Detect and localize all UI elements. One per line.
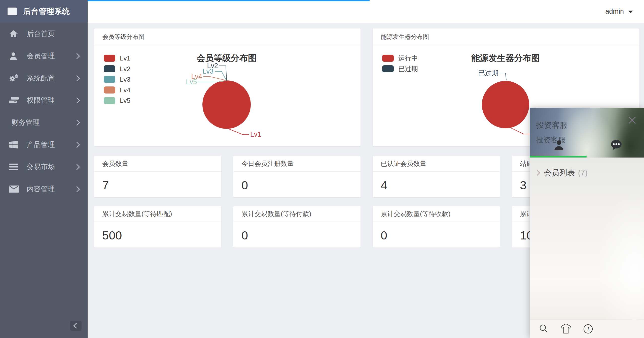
chevron-right-icon [74, 186, 80, 192]
sidebar-item-home[interactable]: 后台首页 [0, 23, 88, 45]
member-level-chart-card: 会员等级分布图 Lv1Lv2Lv3Lv4Lv5会员等级分布图Lv2Lv3Lv4L… [94, 28, 361, 146]
chevron-right-icon [74, 142, 80, 148]
chevron-right-icon [534, 170, 540, 176]
info-icon[interactable]: i [583, 323, 594, 334]
stat-value: 0 [233, 178, 361, 192]
pie-label-line [228, 129, 249, 134]
envelope-icon [9, 186, 20, 193]
customer-service-widget: 投资客服 投资客服 会员列表 (7) [530, 108, 644, 338]
windows-icon [9, 141, 20, 148]
pie-label: Lv3 [202, 68, 213, 75]
chat-body: 会员列表 (7) [530, 158, 644, 320]
stat-value: 7 [94, 178, 221, 192]
stat-card-trades-waiting-match: 累计交易数量(等待匹配) 500 [94, 206, 221, 248]
sidebar-item-members[interactable]: 会员管理 [0, 45, 88, 67]
sidebar-item-label: 会员管理 [27, 51, 75, 61]
top-header: admin [88, 0, 644, 23]
stat-label: 累计交易数量(等待匹配) [94, 206, 221, 222]
home-icon [9, 30, 20, 38]
chevron-right-icon [74, 97, 80, 103]
pie-label-line [511, 128, 530, 134]
app-brand: 后台管理系统 [0, 0, 88, 23]
pie-label-line [219, 66, 227, 80]
member-list-toggle[interactable]: 会员列表 (7) [530, 158, 644, 178]
stat-value: 0 [233, 228, 361, 242]
sidebar-item-system-config[interactable]: 系统配置 [0, 67, 88, 89]
server-icon [9, 97, 20, 104]
active-tab-indicator [530, 156, 587, 158]
stat-card-trades-waiting-receipt: 累计交易数量(等待收款) 0 [373, 206, 500, 248]
chat-footer: i [530, 320, 644, 338]
sidebar-menu: 后台首页 会员管理 系统配置 [0, 23, 88, 200]
app-logo-icon [8, 8, 17, 15]
sidebar-item-finance[interactable]: 财务管理 [0, 111, 88, 134]
user-icon [9, 52, 20, 60]
person-icon [553, 139, 565, 151]
sidebar-item-content[interactable]: 内容管理 [0, 178, 88, 200]
stat-label: 已认证会员数量 [373, 156, 500, 172]
sidebar-collapse-button[interactable] [70, 321, 82, 331]
chevron-left-icon [74, 323, 79, 329]
stat-value: 4 [373, 178, 500, 192]
sidebar: 后台管理系统 后台首页 会员管理 [0, 0, 88, 338]
sidebar-item-label: 后台首页 [27, 29, 79, 39]
stat-card-trades-waiting-payment: 累计交易数量(等待付款) 0 [233, 206, 361, 248]
tab-messages[interactable] [608, 138, 624, 152]
member-list-count: (7) [578, 168, 588, 177]
app-brand-title: 后台管理系统 [23, 6, 70, 17]
pie-label-line [500, 73, 506, 80]
caret-down-icon [628, 11, 633, 13]
tab-contacts[interactable] [551, 138, 567, 152]
stat-card-today-registrations: 今日会员注册数量 0 [233, 156, 361, 197]
pie-label: Lv5 [186, 78, 197, 86]
member-level-pie-chart: Lv1Lv2Lv3Lv4Lv5会员等级分布图Lv2Lv3Lv4Lv5Lv1 [94, 45, 361, 146]
card-title: 会员等级分布图 [94, 28, 361, 45]
close-icon[interactable] [628, 116, 636, 126]
sidebar-item-label: 权限管理 [27, 96, 75, 105]
stat-label: 今日会员注册数量 [233, 156, 361, 172]
username-label: admin [605, 8, 624, 15]
pie-label-line [198, 81, 226, 82]
sidebar-item-label: 系统配置 [27, 73, 75, 83]
sidebar-item-label: 内容管理 [27, 184, 75, 194]
chevron-right-icon [74, 119, 80, 126]
chat-bubble-icon [610, 139, 622, 151]
stat-card-verified-members: 已认证会员数量 4 [373, 156, 500, 197]
gears-icon [9, 74, 20, 82]
stat-value: 0 [373, 228, 500, 242]
sidebar-item-label: 产品管理 [27, 140, 75, 149]
sidebar-item-products[interactable]: 产品管理 [0, 134, 88, 156]
sidebar-item-permissions[interactable]: 权限管理 [0, 89, 88, 111]
sidebar-item-label: 交易市场 [27, 162, 75, 172]
chevron-right-icon [74, 53, 80, 59]
chevron-right-icon [74, 75, 80, 81]
loading-progress-bar [88, 0, 370, 1]
stat-label: 累计交易数量(等待收款) [373, 206, 500, 222]
svg-text:i: i [587, 326, 589, 332]
chat-header: 投资客服 投资客服 [530, 108, 644, 158]
member-list-label: 会员列表 [544, 168, 575, 178]
list-icon [9, 163, 20, 170]
pie-label-line [203, 77, 226, 80]
pie-callouts: Lv2Lv3Lv4Lv5Lv1 [94, 45, 361, 146]
stat-card-member-count: 会员数量 7 [94, 156, 221, 197]
sidebar-item-label: 财务管理 [12, 118, 75, 127]
pie-label: 已过期 [478, 69, 498, 77]
stat-label: 会员数量 [94, 156, 221, 172]
chat-title: 投资客服 [536, 120, 567, 131]
search-icon[interactable] [538, 323, 549, 334]
card-title: 能源发生器分布图 [373, 28, 639, 45]
pie-label: Lv1 [250, 131, 261, 138]
stat-value: 500 [94, 228, 221, 242]
stat-label: 累计交易数量(等待付款) [233, 206, 361, 222]
sidebar-item-market[interactable]: 交易市场 [0, 156, 88, 178]
chevron-right-icon [74, 164, 80, 170]
user-dropdown[interactable]: admin [605, 0, 633, 23]
tshirt-icon[interactable] [560, 323, 571, 334]
